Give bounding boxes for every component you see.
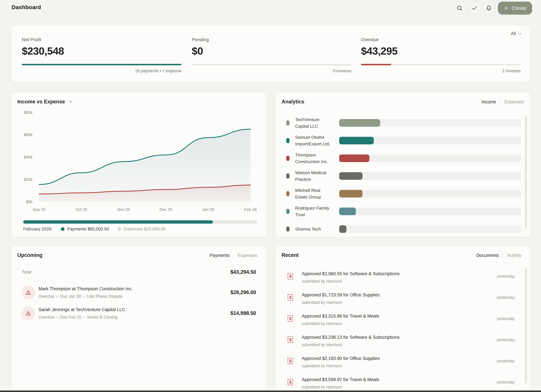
document-timestamp: yesterday [497, 316, 515, 321]
y-tick-label: $40k [18, 155, 33, 160]
document-subtitle: submitted by Harrison [302, 279, 342, 284]
recent-row[interactable]: $ Approved $1,723.59 for Office Supplies… [275, 287, 531, 308]
payment-amount: $28,296.00 [230, 289, 256, 295]
document-subtitle: submitted by Harrison [302, 321, 342, 326]
upcoming-tab[interactable]: Payments [210, 253, 229, 258]
recent-row[interactable]: $ Approved $3,315.86 for Travel & Meals … [275, 308, 531, 329]
upcoming-row[interactable]: Sarah Jennings at TechVenture Capital LL… [11, 303, 267, 324]
page-title: Dashboard [12, 4, 41, 10]
payment-amount: $14,998.50 [230, 310, 256, 316]
recent-title-text: Recent [281, 252, 299, 258]
client-name-line1: Watson Medical [295, 169, 326, 176]
document-title: Approved $3,236.13 for Software & Subscr… [302, 335, 400, 340]
client-name-line2: Practice [295, 176, 326, 183]
stat-value: $0 [192, 45, 203, 57]
bell-icon [486, 5, 492, 11]
stat-progress-track [192, 64, 351, 65]
recent-scrollbar[interactable] [525, 268, 527, 383]
expense-receipt-badge: $ [285, 271, 296, 282]
document-subtitle: submitted by Harrison [302, 364, 342, 368]
create-button[interactable]: Create [498, 2, 532, 15]
receipt-dollar-icon: $ [287, 315, 294, 322]
client-bar-fill [339, 190, 363, 197]
client-bar-track [339, 119, 521, 127]
recent-tab[interactable]: Documents [476, 253, 499, 258]
client-bar-fill [339, 119, 380, 127]
legend-expenses: Expenses $15,000.00 [118, 227, 166, 232]
chart-time-slider[interactable] [23, 220, 257, 224]
client-bar-fill [339, 137, 374, 144]
client-name-line1: Thompson [295, 152, 328, 158]
analytics-row[interactable]: Sharma Tech [275, 220, 531, 237]
receipt-dollar-icon: $ [287, 378, 294, 386]
analytics-scrollbar[interactable] [525, 116, 527, 228]
legend-payments: Payments $65,002.50 [61, 227, 109, 232]
client-color-dot-icon [286, 156, 290, 161]
chart-title: Income vs Expense [17, 99, 65, 105]
client-color-dot-icon [286, 227, 290, 232]
expense-receipt-badge: $ [285, 377, 296, 387]
recent-row[interactable]: $ Approved $3,599.97 for Travel & Meals … [275, 371, 531, 391]
document-title: Approved $3,315.86 for Travel & Meals [302, 314, 379, 319]
tasks-button[interactable] [468, 2, 481, 15]
client-name: Samuel Okafor Import/Export Ltd. [295, 134, 330, 147]
income-expense-card: Income vs Expense $80k$60k$40k$20k$0k Se… [11, 92, 267, 237]
analytics-row[interactable]: Samuel Okafor Import/Export Ltd. [275, 132, 531, 149]
recent-row[interactable]: $ Approved $2,163.90 for Office Supplies… [275, 350, 531, 371]
analytics-row[interactable]: TechVenture Capital LLC [275, 114, 531, 132]
upcoming-list: Mark Thompson at Thompson Construction I… [11, 282, 267, 324]
search-button[interactable] [453, 2, 466, 15]
upcoming-tab[interactable]: Expenses [234, 253, 257, 258]
stat-progress-fill [22, 64, 182, 65]
analytics-row[interactable]: Rodriguez Family Trust [275, 202, 531, 220]
payment-subtitle: OverdueDue Jan 30Late Phase Dispute [39, 294, 123, 299]
warning-triangle-icon [25, 289, 31, 296]
y-tick-label: $80k [18, 110, 33, 115]
svg-text:$: $ [289, 295, 292, 300]
document-subtitle: submitted by Harrison [302, 300, 342, 305]
upcoming-row[interactable]: Mark Thompson at Thompson Construction I… [11, 282, 267, 303]
analytics-row[interactable]: Mitchell Real Estate Group [275, 185, 531, 202]
stat-progress-track [22, 64, 182, 65]
receipt-dollar-icon: $ [287, 294, 294, 301]
recent-tab[interactable]: Activity [503, 253, 521, 258]
overdue-avatar [22, 307, 35, 320]
payment-title: Mark Thompson at Thompson Construction I… [39, 286, 133, 291]
client-name: Watson Medical Practice [295, 169, 326, 183]
client-name: Rodriguez Family Trust [295, 205, 329, 218]
client-name-line2: Import/Export Ltd. [295, 141, 330, 147]
expense-receipt-badge: $ [285, 292, 296, 303]
document-timestamp: yesterday [497, 337, 515, 342]
client-name-line2: Capital LLC [295, 123, 319, 129]
analytics-tab[interactable]: Expenses [500, 99, 524, 104]
client-bar-track [339, 190, 521, 197]
analytics-title-text: Analytics [281, 99, 304, 105]
stat-progress-fill [361, 64, 391, 65]
payment-subtitle: OverdueDue Feb 25Series B Closing [39, 315, 117, 320]
analytics-tab[interactable]: Income [481, 99, 496, 104]
client-color-dot-icon [286, 191, 290, 196]
analytics-row[interactable]: Watson Medical Practice [275, 167, 531, 185]
chart-legend: February 2026: Payments $65,002.50 Expen… [23, 227, 166, 232]
receipt-dollar-icon: $ [287, 336, 294, 343]
y-tick-label: $60k [18, 132, 33, 137]
create-button-label: Create [512, 5, 527, 11]
warning-triangle-icon [25, 310, 31, 316]
analytics-row[interactable]: Thompson Construction Inc. [275, 149, 531, 167]
document-subtitle: submitted by Harrison [302, 385, 342, 390]
analytics-list: TechVenture Capital LLC Samuel Okafor Im… [275, 114, 531, 237]
chart-title-dropdown[interactable]: Income vs Expense [17, 99, 73, 105]
upcoming-title: Upcoming [17, 252, 42, 258]
recent-row[interactable]: $ Approved $2,960.55 for Software & Subs… [275, 266, 531, 287]
overdue-avatar [22, 286, 35, 299]
chart-x-axis: Sep 25Oct 25Nov 25Dec 25Jan 26Feb 26 [31, 207, 258, 212]
notifications-button[interactable] [482, 2, 495, 15]
legend-expenses-label: Expenses $15,000.00 [124, 227, 166, 232]
analytics-tabs: IncomeExpenses [481, 99, 524, 104]
client-bar-fill [339, 225, 346, 233]
payment-status: Overdue [39, 315, 54, 319]
document-title: Approved $1,723.59 for Office Supplies [302, 292, 380, 298]
recent-list: $ Approved $2,960.55 for Software & Subs… [275, 266, 531, 391]
recent-row[interactable]: $ Approved $3,236.13 for Software & Subs… [275, 329, 531, 350]
payment-note: Late Phase Dispute [81, 294, 123, 299]
